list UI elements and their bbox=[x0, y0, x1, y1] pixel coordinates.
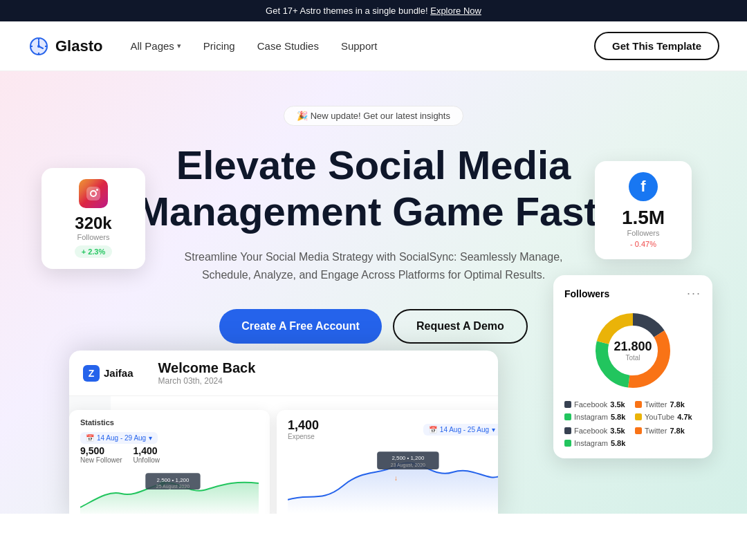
dashboard-title-area: Welcome Back March 03th, 2024 bbox=[158, 360, 256, 386]
stat-new-follower: 9,500 New Follower bbox=[80, 445, 122, 464]
logo-icon bbox=[28, 35, 50, 57]
legend-youtube: YouTube 4.7k bbox=[635, 413, 701, 421]
nav-case-studies[interactable]: Case Studies bbox=[257, 40, 319, 52]
nav-support[interactable]: Support bbox=[341, 40, 378, 52]
followers-legend: Facebook 3.5k Twitter 7.8k Instagram 5.8… bbox=[564, 400, 701, 421]
svg-point-7 bbox=[96, 189, 98, 191]
more-options-icon[interactable]: ··· bbox=[687, 286, 701, 301]
dashboard-main: ☰ Dashboard Statistics 📅 14 Aug - 29 Aug… bbox=[111, 396, 498, 514]
youtube-dot bbox=[635, 413, 642, 420]
create-account-button[interactable]: Create A Free Account bbox=[219, 309, 382, 344]
get-template-button[interactable]: Get This Template bbox=[594, 32, 719, 60]
dashboard-header: Z Jaifaa Welcome Back March 03th, 2024 bbox=[69, 351, 498, 396]
dashboard-logo-icon: Z bbox=[83, 365, 100, 382]
chevron-icon-2: ▾ bbox=[492, 426, 495, 433]
legend-twitter-2: Twitter 7.8k bbox=[635, 427, 701, 435]
update-badge: 🎉 New update! Get our latest insights bbox=[284, 106, 463, 126]
stats-metrics: 9,500 New Follower 1,400 Unfollow bbox=[80, 445, 259, 464]
chevron-down-icon: ▾ bbox=[177, 41, 181, 50]
hero-buttons: Create A Free Account Request A Demo bbox=[219, 309, 528, 344]
instagram-followers-label: Followers bbox=[55, 233, 131, 241]
svg-text:2,500 • 1,200: 2,500 • 1,200 bbox=[391, 455, 425, 461]
top-banner: Get 17+ Astro themes in a single bundle!… bbox=[0, 0, 747, 21]
legend-instagram: Instagram 5.8k bbox=[564, 413, 631, 421]
stats-date-filter: 📅 14 Aug - 29 Aug ▾ bbox=[80, 432, 259, 444]
svg-rect-5 bbox=[86, 187, 100, 200]
expense-card: 1,400 Expense 📅 14 Aug - 25 Aug ▾ bbox=[277, 410, 498, 514]
instagram-dot-2 bbox=[564, 440, 571, 447]
svg-text:23 August, 2020: 23 August, 2020 bbox=[391, 463, 425, 468]
logo-text: Glasto bbox=[55, 37, 102, 55]
facebook-dot bbox=[564, 401, 571, 408]
calendar-icon-2: 📅 bbox=[429, 426, 437, 433]
expense-label: Expense bbox=[288, 433, 319, 440]
instagram-followers-count: 320k bbox=[55, 214, 131, 233]
nav-pricing[interactable]: Pricing bbox=[203, 40, 235, 52]
logo[interactable]: Glasto bbox=[28, 35, 102, 57]
svg-text:25 August 2020: 25 August 2020 bbox=[156, 484, 190, 489]
nav-links: All Pages ▾ Pricing Case Studies Support bbox=[130, 40, 594, 52]
donut-center: 21.800 Total bbox=[614, 339, 652, 362]
followers-legend-2: Facebook 3.5k Twitter 7.8k Instagram 5.8… bbox=[564, 427, 701, 447]
svg-text:↓: ↓ bbox=[394, 474, 398, 482]
facebook-dot-2 bbox=[564, 427, 571, 434]
followers-card-header: Followers ··· bbox=[564, 286, 701, 301]
followers-widget: Followers ··· 21.800 Total bbox=[553, 275, 712, 458]
facebook-followers-label: Followers bbox=[609, 229, 678, 237]
instagram-dot bbox=[564, 413, 571, 420]
chevron-icon: ▾ bbox=[149, 434, 152, 442]
facebook-card: f 1.5M Followers - 0.47% bbox=[595, 161, 692, 259]
dashboard-preview: Z Jaifaa Welcome Back March 03th, 2024 ⌂… bbox=[69, 351, 498, 514]
stat-unfollow: 1,400 Unfollow bbox=[133, 445, 160, 464]
svg-text:2,500 • 1,200: 2,500 • 1,200 bbox=[157, 477, 190, 483]
expense-value-area: 1,400 Expense bbox=[288, 418, 319, 440]
instagram-growth: + 2.3% bbox=[75, 245, 113, 258]
hero-title: Elevate Social Media Management Game Fas… bbox=[136, 142, 611, 234]
navbar: Glasto All Pages ▾ Pricing Case Studies … bbox=[0, 21, 747, 71]
facebook-icon: f bbox=[629, 172, 658, 201]
stats-date-range[interactable]: 📅 14 Aug - 29 Aug ▾ bbox=[80, 432, 158, 444]
dashboard-body: ⌂ ☰ Dashboard Statistics 📅 bbox=[69, 396, 498, 514]
donut-chart: 21.800 Total bbox=[591, 309, 674, 392]
legend-facebook-2: Facebook 3.5k bbox=[564, 427, 631, 435]
expense-chart: 2,500 • 1,200 23 August, 2020 ↓ bbox=[288, 445, 498, 514]
facebook-followers-count: 1.5M bbox=[609, 207, 678, 229]
hero-subtitle: Streamline Your Social Media Strategy wi… bbox=[166, 248, 581, 283]
expense-date-range[interactable]: 📅 14 Aug - 25 Aug ▾ bbox=[423, 424, 498, 436]
instagram-card: 320k Followers + 2.3% bbox=[42, 168, 145, 269]
statistics-card: Statistics 📅 14 Aug - 29 Aug ▾ 9,500 bbox=[69, 410, 270, 514]
followers-card-title: Followers bbox=[564, 288, 609, 299]
request-demo-button[interactable]: Request A Demo bbox=[393, 309, 528, 344]
banner-link[interactable]: Explore Now bbox=[430, 6, 481, 16]
dashboard-logo: Z Jaifaa bbox=[83, 365, 133, 382]
banner-text: Get 17+ Astro themes in a single bundle! bbox=[266, 6, 428, 16]
legend-twitter: Twitter 7.8k bbox=[635, 400, 701, 409]
calendar-icon: 📅 bbox=[86, 434, 94, 442]
hero-section: 🎉 New update! Get our latest insights El… bbox=[0, 71, 747, 514]
stats-chart: 2,500 • 1,200 25 August 2020 bbox=[80, 469, 259, 514]
svg-point-0 bbox=[37, 45, 40, 48]
nav-all-pages[interactable]: All Pages ▾ bbox=[130, 40, 181, 52]
legend-instagram-2: Instagram 5.8k bbox=[564, 439, 631, 447]
legend-facebook: Facebook 3.5k bbox=[564, 400, 631, 409]
instagram-icon bbox=[79, 179, 108, 208]
expense-value: 1,400 bbox=[288, 418, 319, 433]
twitter-dot bbox=[635, 401, 642, 408]
twitter-dot-2 bbox=[635, 427, 642, 434]
facebook-change: - 0.47% bbox=[609, 240, 678, 248]
